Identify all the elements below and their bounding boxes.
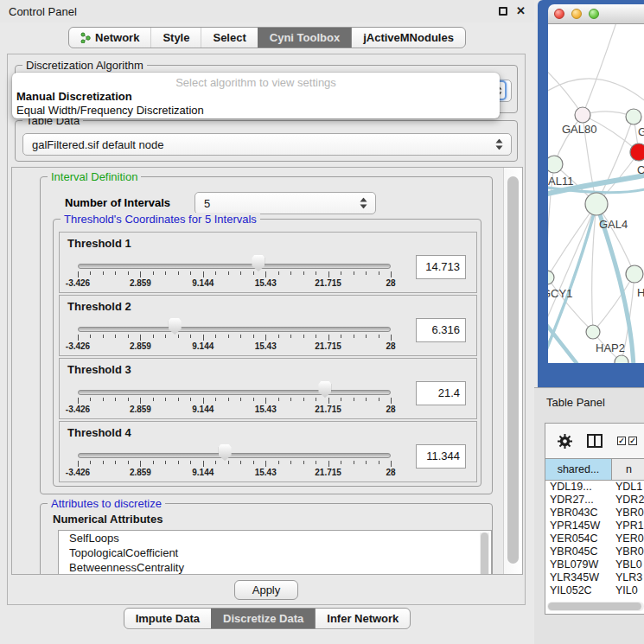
table-data-combobox[interactable]: galFiltered.sif default node <box>22 133 512 156</box>
tab-impute-data[interactable]: Impute Data <box>124 609 211 628</box>
table-row[interactable]: YBL079WYBL0 <box>545 558 644 571</box>
tick-mark <box>290 461 291 464</box>
tick-mark <box>290 271 291 275</box>
numerical-attributes-list[interactable]: SelfLoopsTopologicalCoefficientBetweenne… <box>58 530 492 575</box>
network-node-gcy1[interactable] <box>548 271 554 284</box>
table-row[interactable]: YBR043CYBR0 <box>545 507 644 520</box>
threshold-value-field[interactable]: 11.344 <box>416 444 466 469</box>
slider-ticks <box>78 398 391 405</box>
network-node-red[interactable] <box>630 143 644 161</box>
network-edge[interactable] <box>583 24 617 115</box>
cell-name: YDL1 <box>612 481 644 494</box>
slider-track[interactable] <box>78 327 391 332</box>
attributes-scrollbar-thumb[interactable] <box>481 532 488 575</box>
minimize-traffic-light-icon[interactable] <box>571 9 582 19</box>
tick-label: 21.715 <box>315 405 341 414</box>
tick-mark <box>128 271 129 275</box>
table-row[interactable]: YIL052CYIL0 <box>545 584 644 597</box>
algorithm-dropdown-items: Manual DiscretizationEqual Width/Frequen… <box>12 90 500 118</box>
tick-label: 15.43 <box>255 405 277 414</box>
network-node-label-gcy1: GCY1 <box>548 287 572 300</box>
slider-track[interactable] <box>78 453 391 458</box>
zoom-traffic-light-icon[interactable] <box>589 9 599 19</box>
tab-style[interactable]: Style <box>150 28 201 48</box>
network-node-partial[interactable] <box>615 355 628 363</box>
table-row[interactable]: YPR145WYPR1 <box>545 520 644 532</box>
algorithm-option-equal-width-frequency-discretization[interactable]: Equal Width/Frequency Discretization <box>12 104 500 118</box>
table-row[interactable]: YLR345WYLR3 <box>545 571 644 584</box>
tick-mark <box>115 398 116 401</box>
close-icon[interactable]: ✕ <box>516 7 526 16</box>
number-of-intervals-combobox[interactable]: 5 <box>194 192 376 214</box>
slider-track[interactable] <box>78 264 391 269</box>
tick-mark <box>278 271 279 275</box>
tick-label: 21.715 <box>315 468 341 477</box>
slider-thumb[interactable] <box>169 318 182 335</box>
apply-button[interactable]: Apply <box>234 580 298 600</box>
slider-thumb[interactable] <box>252 255 265 271</box>
tab-jactivemnodules[interactable]: jActiveMNodules <box>351 28 465 48</box>
network-node-hap2[interactable] <box>586 325 600 339</box>
network-edge[interactable] <box>548 204 596 332</box>
attribute-item-topologicalcoefficient[interactable]: TopologicalCoefficient <box>59 545 491 560</box>
tab-label: Style <box>163 31 189 44</box>
table-row[interactable]: YDR27...YDR2 <box>545 494 644 507</box>
tab-network[interactable]: Network <box>69 28 150 48</box>
checkbox-checked-icon[interactable]: ✓ <box>617 437 626 445</box>
attributes-scrollbar[interactable] <box>480 532 489 575</box>
tab-cyni-toolbox[interactable]: Cyni Toolbox <box>258 28 351 48</box>
float-window-icon[interactable] <box>499 7 507 16</box>
attribute-item-betweennesscentrality[interactable]: BetweennessCentrality <box>59 560 491 575</box>
tab-select[interactable]: Select <box>201 28 257 48</box>
cell-name: YDR2 <box>612 494 644 507</box>
network-window-titlebar[interactable] <box>548 4 644 24</box>
tab-infer-network[interactable]: Infer Network <box>315 609 410 628</box>
cell-shared-name: YDR27... <box>545 494 612 507</box>
column-header-shared[interactable]: shared... <box>545 459 612 480</box>
network-edge[interactable] <box>548 79 644 102</box>
network-edge[interactable] <box>548 66 583 115</box>
threshold-value-field[interactable]: 14.713 <box>416 255 466 279</box>
network-canvas[interactable]: GAL80GACGAL11GAL4GCY1HHAP2 <box>548 24 644 363</box>
network-node-h[interactable] <box>626 265 643 283</box>
column-header-n[interactable]: n <box>612 459 644 480</box>
threshold-panel-2: Threshold 2-3.4262.8599.14415.4321.71528… <box>59 295 477 356</box>
network-view-window: GAL80GACGAL11GAL4GCY1HHAP2 <box>538 0 644 387</box>
column-visibility-checkboxes[interactable]: ✓ ✓ <box>617 437 637 445</box>
network-node-gal4[interactable] <box>585 193 608 215</box>
network-node-gal11[interactable] <box>548 156 563 173</box>
tick-mark <box>165 398 166 401</box>
tick-mark <box>240 335 241 338</box>
tab-discretize-data[interactable]: Discretize Data <box>211 609 315 628</box>
table-row[interactable]: YBR045CYBR0 <box>545 545 644 558</box>
network-node-ga[interactable] <box>626 109 641 124</box>
slider-thumb[interactable] <box>219 444 232 461</box>
algorithm-option-manual-discretization[interactable]: Manual Discretization <box>12 90 500 104</box>
tick-label: -3.426 <box>66 278 90 288</box>
settings-scrollbar-thumb[interactable] <box>507 176 519 564</box>
tick-mark <box>153 271 154 275</box>
table-row[interactable]: YER054CYER0 <box>545 532 644 545</box>
network-edge-thick[interactable] <box>548 318 579 363</box>
attribute-item-selfloops[interactable]: SelfLoops <box>59 531 491 545</box>
slider-track[interactable] <box>78 390 391 395</box>
tick-label: 2.859 <box>130 405 151 414</box>
threshold-value-field[interactable]: 21.4 <box>416 381 466 405</box>
gear-icon[interactable] <box>558 434 572 449</box>
network-edge[interactable] <box>548 204 596 277</box>
settings-scrollbar[interactable] <box>503 168 522 574</box>
tick-mark <box>128 461 129 464</box>
split-columns-icon[interactable] <box>587 434 603 448</box>
threshold-value-field[interactable]: 6.316 <box>416 318 466 342</box>
close-traffic-light-icon[interactable] <box>554 9 564 19</box>
slider-thumb[interactable] <box>318 381 331 398</box>
slider-tick-labels: -3.4262.8599.14415.4321.71528 <box>78 468 391 478</box>
table-horizontal-scrollbar[interactable] <box>547 602 644 611</box>
checkbox-checked-icon[interactable]: ✓ <box>628 437 637 445</box>
table-hscrollbar-thumb[interactable] <box>548 603 641 610</box>
tab-label: Impute Data <box>136 612 200 625</box>
tick-mark <box>240 271 241 275</box>
network-graph[interactable]: GAL80GACGAL11GAL4GCY1HHAP2 <box>548 24 644 363</box>
network-node-gal80[interactable] <box>575 107 590 123</box>
table-row[interactable]: YDL19...YDL1 <box>545 481 644 494</box>
